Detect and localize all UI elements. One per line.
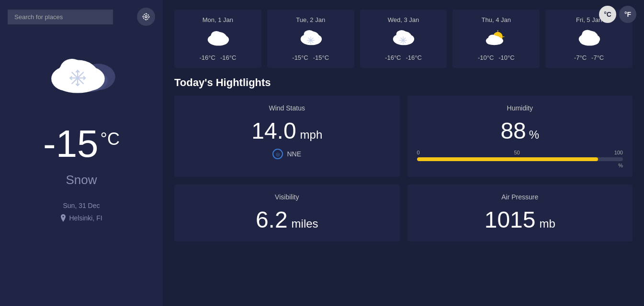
forecast-icon-3 — [484, 28, 508, 49]
humidity-unit: % — [529, 128, 539, 142]
air-pressure-card: Air Pressure 1015 mb — [407, 185, 633, 241]
wind-value: 14.0 — [251, 118, 296, 144]
forecast-high-2: -16°C — [406, 54, 421, 61]
forecast-day-0: Mon, 1 Jan — [203, 16, 233, 23]
humidity-bar-min: 0 — [417, 150, 420, 155]
forecast-temps-4: -7°C -7°C — [574, 54, 604, 61]
highlights-title: Today's Hightlights — [174, 76, 633, 89]
weather-description: Snow — [66, 173, 97, 187]
forecast-icon-4 — [577, 28, 601, 49]
visibility-unit: miles — [292, 217, 318, 230]
air-pressure-label: Air Pressure — [501, 193, 538, 201]
wind-card: Wind Status 14.0 mph ◎ NNE — [174, 96, 400, 177]
forecast-icon-2 — [391, 28, 415, 49]
forecast-card-3: Thu, 4 Jan — [452, 10, 540, 68]
forecast-temps-1: -15°C -15°C — [292, 54, 329, 61]
visibility-label: Visibility — [275, 193, 299, 201]
forecast-temps-0: -16°C -16°C — [200, 54, 237, 61]
forecast-low-2: -16°C — [385, 54, 401, 61]
humidity-bar-bg — [417, 157, 623, 161]
fahrenheit-button[interactable]: °F — [619, 6, 636, 23]
humidity-value: 88 — [500, 118, 526, 144]
wind-unit: mph — [300, 128, 323, 142]
forecast-day-1: Tue, 2 Jan — [296, 16, 325, 23]
forecast-high-4: -7°C — [591, 54, 604, 61]
forecast-icon-0 — [206, 28, 230, 49]
humidity-card: Humidity 88 % 0 50 100 % — [407, 96, 633, 177]
forecast-day-4: Fri, 5 Jan — [576, 16, 602, 23]
left-panel: Search for places — [0, 0, 163, 306]
forecast-temps-2: -16°C -16°C — [385, 54, 422, 61]
humidity-bar-fill — [417, 157, 599, 161]
search-bar: Search for places — [8, 8, 155, 26]
svg-point-30 — [304, 30, 315, 39]
forecast-row: Mon, 1 Jan -16°C -16°C Tue, 2 Jan — [174, 10, 633, 68]
wind-label: Wind Status — [269, 104, 305, 112]
right-panel: °C °F Mon, 1 Jan -16°C -16°C T — [163, 0, 644, 306]
location-button[interactable] — [137, 8, 155, 26]
temperature-display: -15 °C — [43, 125, 120, 163]
date-text: Sun, 31 Dec — [63, 202, 100, 209]
location-icon — [142, 12, 150, 21]
humidity-bar-container: 0 50 100 % — [417, 150, 623, 168]
svg-point-53 — [488, 34, 497, 41]
temperature-value: -15 — [43, 125, 99, 163]
air-pressure-value: 1015 — [485, 207, 536, 233]
humidity-pct-label: % — [417, 163, 623, 168]
humidity-labels: 0 50 100 — [417, 150, 623, 155]
humidity-bar-max: 100 — [614, 150, 623, 155]
compass-icon: ◎ — [272, 149, 283, 159]
forecast-high-1: -15°C — [313, 54, 329, 61]
forecast-high-3: -10°C — [498, 54, 514, 61]
svg-point-25 — [211, 31, 222, 40]
forecast-temps-3: -10°C -10°C — [478, 54, 515, 61]
forecast-day-2: Wed, 3 Jan — [388, 16, 419, 23]
forecast-card-1: Tue, 2 Jan -15°C — [267, 10, 354, 68]
forecast-high-0: -16°C — [220, 54, 236, 61]
svg-point-39 — [396, 30, 407, 39]
search-button[interactable]: Search for places — [8, 10, 113, 24]
humidity-label: Humidity — [507, 104, 533, 112]
wind-direction: ◎ NNE — [272, 149, 301, 159]
svg-point-58 — [582, 30, 593, 39]
humidity-value-row: 88 % — [500, 118, 539, 144]
air-pressure-unit: mb — [539, 217, 555, 230]
temperature-unit: °C — [101, 131, 120, 148]
weather-date: Sun, 31 Dec — [63, 202, 100, 209]
humidity-bar-mid: 50 — [514, 150, 520, 155]
forecast-low-3: -10°C — [478, 54, 494, 61]
svg-point-57 — [580, 37, 599, 46]
wind-value-row: 14.0 mph — [251, 118, 322, 144]
forecast-icon-1 — [299, 28, 323, 49]
pin-icon — [60, 214, 66, 222]
unit-toggle: °C °F — [599, 6, 636, 23]
svg-point-0 — [145, 16, 147, 18]
location-text: Helsinki, FI — [69, 214, 102, 222]
visibility-value-row: 6.2 miles — [256, 207, 318, 233]
forecast-low-1: -15°C — [292, 54, 308, 61]
highlights-grid: Wind Status 14.0 mph ◎ NNE Humidity 88 %… — [174, 96, 633, 241]
main-weather-icon — [43, 45, 120, 106]
wind-dir-text: NNE — [287, 150, 301, 158]
forecast-card-2: Wed, 3 Jan -16°C — [360, 10, 447, 68]
forecast-day-3: Thu, 4 Jan — [482, 16, 511, 23]
forecast-low-0: -16°C — [200, 54, 215, 61]
visibility-card: Visibility 6.2 miles — [174, 185, 400, 241]
celsius-button[interactable]: °C — [599, 6, 616, 23]
svg-point-1 — [143, 14, 149, 20]
forecast-card-0: Mon, 1 Jan -16°C -16°C — [174, 10, 261, 68]
visibility-value: 6.2 — [256, 207, 288, 233]
forecast-low-4: -7°C — [574, 54, 587, 61]
weather-location: Helsinki, FI — [60, 214, 102, 222]
air-pressure-value-row: 1015 mb — [485, 207, 555, 233]
snow-cloud-svg — [43, 45, 120, 98]
